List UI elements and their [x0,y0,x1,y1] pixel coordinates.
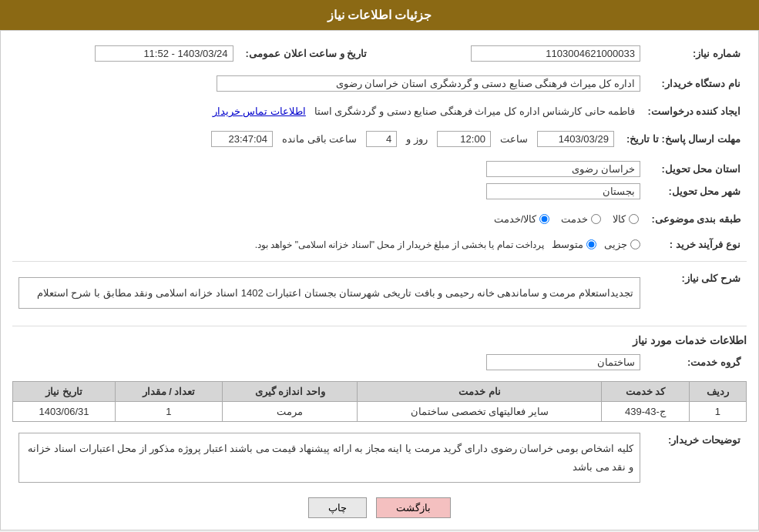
radio-khedmat[interactable]: خدمت [561,213,601,225]
buttons-row: بازگشت چاپ [12,497,747,518]
cell-radif: 1 [689,402,746,422]
divider2 [12,326,747,326]
tawzih-box: کلیه اشخاص بومی خراسان رضوی دارای گرید م… [18,433,640,483]
noeFarayand-row: جزیی متوسط پرداخت تمام یا بخشی از مبلغ خ… [12,236,646,253]
radio-kala-khedmat-input[interactable] [539,214,549,224]
baghimande-value: 23:47:04 [211,131,273,147]
sharhKolli-value: تجدیداستعلام مرمت و ساماندهی خانه رحیمی … [12,268,646,318]
contact-info-link[interactable]: اطلاعات تماس خریدار [213,105,306,117]
col-tarikh: تاریخ نیاز [13,382,116,402]
cell-tedad: 1 [115,402,222,422]
namDastgah-value: اداره کل میراث فرهنگی صنایع دستی و گردشگ… [12,72,646,95]
col-vahed: واحد اندازه گیری [222,382,357,402]
tabaghebandi-label: طبقه بندی موضوعی: [645,210,747,228]
process-note: پرداخت تمام یا بخشی از مبلغ خریدار از مح… [255,239,544,250]
col-namKhedmat: نام خدمت [358,382,602,402]
shomareNiaz-input: 1103004621000033 [471,45,640,62]
page-title: جزئیات اطلاعات نیاز [327,8,432,22]
ijad-table: ایجاد کننده درخواست: فاطمه حانی کارشناس … [12,102,747,120]
tarikh-value: 1403/03/24 - 11:52 [12,42,240,65]
radio-jozi-label: جزیی [604,239,627,250]
cell-tarikh: 1403/06/31 [13,402,116,422]
mohlat-rooz: 4 [366,131,397,147]
tabaghe-table: طبقه بندی موضوعی: کالا خدمت [12,210,747,228]
back-button[interactable]: بازگشت [376,497,451,518]
rooz-label: روز و [406,133,428,145]
sharh-table: شرح کلی نیاز: تجدیداستعلام مرمت و ساماند… [12,268,747,318]
radio-motevaset-input[interactable] [586,239,596,249]
shahr-input: بجستان [486,183,640,199]
shahr-label: شهر محل تحویل: [646,180,747,202]
sharhKolli-label: شرح کلی نیاز: [646,268,747,318]
baghimande-label: ساعت باقی مانده [282,133,357,145]
cell-namKhedmat: سایر فعالیتهای تخصصی ساختمان [358,402,602,422]
tawzihKharidar-label: توضیحات خریدار: [646,430,747,486]
namDastgah-input: اداره کل میراث فرهنگی صنایع دستی و گردشگ… [217,75,640,92]
cell-vahed: مرمت [222,402,357,422]
print-button[interactable]: چاپ [308,497,367,518]
ostan-value: خراسان رضوی [12,158,646,180]
radio-kala-khedmat-label: کالا/خدمت [494,213,537,225]
col-radif: ردیف [689,382,746,402]
divider1 [12,261,747,262]
content-area: شماره نیاز: 1103004621000033 تاریخ و ساع… [0,30,759,530]
location-table: استان محل تحویل: خراسان رضوی شهر محل تحو… [12,158,747,202]
page-container: جزئیات اطلاعات نیاز شماره نیاز: 11030046… [0,0,759,530]
groupKhedmat-label: گروه خدمت: [646,351,747,373]
shahr-value: بجستان [12,180,646,202]
saat-label: ساعت [500,133,528,145]
ijadKanande-value: فاطمه حانی کارشناس اداره کل میراث فرهنگی… [12,102,641,120]
radio-kala-khedmat[interactable]: کالا/خدمت [494,213,550,225]
radio-kala-label: کالا [613,213,626,225]
radio-jozi[interactable]: جزیی [604,239,640,250]
khadamat-section-title: اطلاعات خدمات مورد نیاز [12,334,747,346]
radio-khedmat-input[interactable] [591,214,601,224]
radio-jozi-input[interactable] [630,239,640,249]
namDastgah-label: نام دستگاه خریدار: [646,72,747,95]
header-info-table: شماره نیاز: 1103004621000033 تاریخ و ساع… [12,42,747,65]
ijadKanande-text: فاطمه حانی کارشناس اداره کل میراث فرهنگی… [314,105,636,117]
radio-khedmat-label: خدمت [561,213,588,225]
cell-kodKhedmat: ج-43-439 [602,402,689,422]
radio-kala-input[interactable] [629,214,639,224]
radio-kala[interactable]: کالا [613,213,639,225]
ijadKanande-label: ایجاد کننده درخواست: [641,102,747,120]
page-header: جزئیات اطلاعات نیاز [0,0,759,30]
ostan-input: خراسان رضوی [486,161,640,177]
tawzihKharidar-value: کلیه اشخاص بومی خراسان رضوی دارای گرید م… [12,430,646,486]
shomareNiaz-label: شماره نیاز: [646,42,747,65]
noeFarayand-label: نوع فرآیند خرید : [646,236,747,253]
sharh-text: تجدیداستعلام مرمت و ساماندهی خانه رحیمی … [37,287,633,299]
tawzih-text: کلیه اشخاص بومی خراسان رضوی دارای گرید م… [28,443,633,472]
col-tedad: تعداد / مقدار [115,382,222,402]
groupKhedmat-input: ساختمان [486,354,640,370]
col-kodKhedmat: کد خدمت [602,382,689,402]
mohlat-table: مهلت ارسال پاسخ: تا تاریخ: 1403/03/29 سا… [12,128,747,150]
tarikh-label: تاریخ و ساعت اعلان عمومی: [240,42,374,65]
mohlat-date: 1403/03/29 [537,131,614,147]
farayand-table: نوع فرآیند خرید : جزیی متوسط پرداخت تمام… [12,236,747,253]
services-table: ردیف کد خدمت نام خدمت واحد اندازه گیری ت… [12,381,747,422]
groupkhedmat-table: گروه خدمت: ساختمان [12,351,747,373]
radio-motevaset-label: متوسط [552,239,583,250]
tabaghebandi-row: کالا خدمت کالا/خدمت [12,210,645,228]
shomareNiaz-value: 1103004621000033 [373,42,646,65]
table-row: 1ج-43-439سایر فعالیتهای تخصصی ساختمانمرم… [13,402,747,422]
radio-motevaset[interactable]: متوسط [552,239,596,250]
groupKhedmat-value: ساختمان [12,351,646,373]
tawzih-table: توضیحات خریدار: کلیه اشخاص بومی خراسان ر… [12,430,747,486]
mohlatErsal-row: 1403/03/29 ساعت 12:00 روز و 4 ساعت باقی … [12,128,620,150]
dastgah-table: نام دستگاه خریدار: اداره کل میراث فرهنگی… [12,72,747,95]
mohlatErsal-label: مهلت ارسال پاسخ: تا تاریخ: [620,128,747,150]
sharh-box: تجدیداستعلام مرمت و ساماندهی خانه رحیمی … [18,277,640,309]
mohlat-saat: 12:00 [437,131,491,147]
ostan-label: استان محل تحویل: [646,158,747,180]
tarikh-input: 1403/03/24 - 11:52 [95,45,233,62]
